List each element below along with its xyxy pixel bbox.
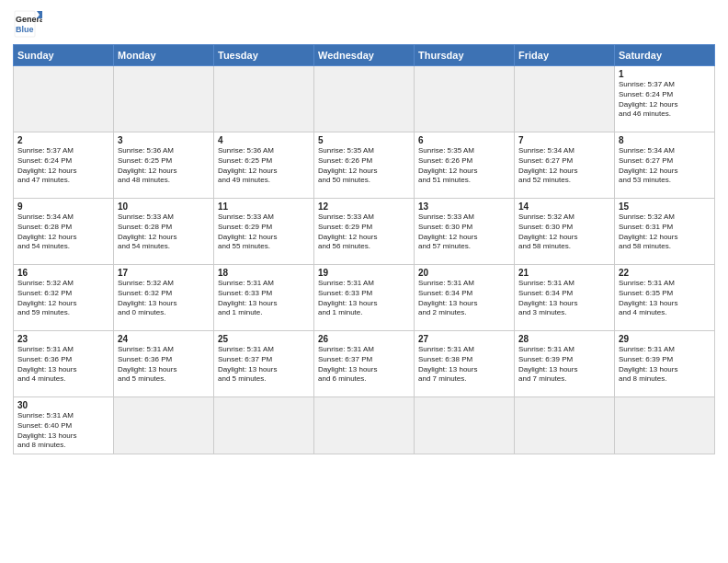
calendar-table: SundayMondayTuesdayWednesdayThursdayFrid…: [13, 44, 715, 454]
calendar-cell: 16Sunrise: 5:32 AM Sunset: 6:32 PM Dayli…: [14, 265, 114, 331]
calendar-cell: 24Sunrise: 5:31 AM Sunset: 6:36 PM Dayli…: [114, 331, 214, 397]
calendar-cell: [214, 397, 314, 454]
calendar-cell: 18Sunrise: 5:31 AM Sunset: 6:33 PM Dayli…: [214, 265, 314, 331]
calendar-cell: 11Sunrise: 5:33 AM Sunset: 6:29 PM Dayli…: [214, 199, 314, 265]
day-number: 8: [619, 135, 711, 145]
day-info: Sunrise: 5:31 AM Sunset: 6:36 PM Dayligh…: [17, 345, 109, 385]
day-info: Sunrise: 5:33 AM Sunset: 6:30 PM Dayligh…: [418, 213, 510, 252]
day-number: 21: [518, 268, 610, 278]
svg-text:General: General: [16, 15, 42, 24]
calendar-cell: 21Sunrise: 5:31 AM Sunset: 6:34 PM Dayli…: [515, 265, 615, 331]
calendar-cell: 1Sunrise: 5:37 AM Sunset: 6:24 PM Daylig…: [615, 66, 715, 132]
day-number: 20: [418, 268, 510, 278]
day-info: Sunrise: 5:31 AM Sunset: 6:34 PM Dayligh…: [518, 279, 610, 318]
calendar-cell: 5Sunrise: 5:35 AM Sunset: 6:26 PM Daylig…: [314, 132, 415, 199]
day-number: 2: [17, 135, 109, 145]
weekday-header-wednesday: Wednesday: [314, 45, 415, 66]
calendar-cell: 10Sunrise: 5:33 AM Sunset: 6:28 PM Dayli…: [114, 199, 214, 265]
calendar-cell: 6Sunrise: 5:35 AM Sunset: 6:26 PM Daylig…: [415, 132, 515, 199]
day-info: Sunrise: 5:31 AM Sunset: 6:39 PM Dayligh…: [518, 345, 610, 385]
calendar-cell: [114, 66, 214, 132]
day-number: 9: [17, 201, 109, 212]
day-number: 5: [318, 135, 410, 145]
logo-container: General Blue: [13, 9, 42, 39]
day-number: 30: [17, 400, 109, 410]
day-info: Sunrise: 5:33 AM Sunset: 6:29 PM Dayligh…: [318, 213, 410, 252]
calendar-cell: 3Sunrise: 5:36 AM Sunset: 6:25 PM Daylig…: [114, 132, 214, 199]
day-number: 25: [218, 334, 310, 344]
day-info: Sunrise: 5:31 AM Sunset: 6:39 PM Dayligh…: [619, 345, 711, 385]
day-info: Sunrise: 5:32 AM Sunset: 6:32 PM Dayligh…: [118, 279, 210, 318]
calendar-cell: 26Sunrise: 5:31 AM Sunset: 6:37 PM Dayli…: [314, 331, 415, 397]
weekday-header-saturday: Saturday: [615, 45, 715, 66]
calendar-cell: [14, 66, 114, 132]
day-number: 15: [619, 201, 711, 212]
calendar-cell: [314, 66, 415, 132]
calendar-cell: 4Sunrise: 5:36 AM Sunset: 6:25 PM Daylig…: [214, 132, 314, 199]
weekday-header-sunday: Sunday: [14, 45, 114, 66]
calendar-cell: 14Sunrise: 5:32 AM Sunset: 6:30 PM Dayli…: [515, 199, 615, 265]
day-info: Sunrise: 5:32 AM Sunset: 6:31 PM Dayligh…: [619, 213, 711, 252]
header: General Blue: [13, 9, 715, 39]
day-number: 29: [619, 334, 711, 344]
day-info: Sunrise: 5:32 AM Sunset: 6:32 PM Dayligh…: [17, 279, 109, 318]
day-info: Sunrise: 5:31 AM Sunset: 6:38 PM Dayligh…: [418, 345, 510, 385]
calendar-cell: 7Sunrise: 5:34 AM Sunset: 6:27 PM Daylig…: [515, 132, 615, 199]
calendar-cell: 15Sunrise: 5:32 AM Sunset: 6:31 PM Dayli…: [615, 199, 715, 265]
day-info: Sunrise: 5:34 AM Sunset: 6:28 PM Dayligh…: [17, 213, 109, 252]
day-number: 18: [218, 268, 310, 278]
calendar-cell: 30Sunrise: 5:31 AM Sunset: 6:40 PM Dayli…: [14, 397, 114, 454]
calendar-cell: 28Sunrise: 5:31 AM Sunset: 6:39 PM Dayli…: [515, 331, 615, 397]
weekday-header-thursday: Thursday: [415, 45, 515, 66]
day-number: 19: [318, 268, 410, 278]
calendar-cell: [114, 397, 214, 454]
day-number: 27: [418, 334, 510, 344]
day-info: Sunrise: 5:31 AM Sunset: 6:33 PM Dayligh…: [218, 279, 310, 318]
day-number: 22: [619, 268, 711, 278]
calendar-cell: 29Sunrise: 5:31 AM Sunset: 6:39 PM Dayli…: [615, 331, 715, 397]
logo-svg: General Blue: [13, 9, 42, 39]
calendar-cell: 27Sunrise: 5:31 AM Sunset: 6:38 PM Dayli…: [415, 331, 515, 397]
calendar-cell: 17Sunrise: 5:32 AM Sunset: 6:32 PM Dayli…: [114, 265, 214, 331]
day-number: 12: [318, 201, 410, 212]
calendar-cell: [214, 66, 314, 132]
day-info: Sunrise: 5:31 AM Sunset: 6:37 PM Dayligh…: [318, 345, 410, 385]
calendar-cell: [314, 397, 415, 454]
day-info: Sunrise: 5:31 AM Sunset: 6:40 PM Dayligh…: [17, 411, 109, 451]
calendar-cell: [515, 66, 615, 132]
day-info: Sunrise: 5:31 AM Sunset: 6:36 PM Dayligh…: [118, 345, 210, 385]
calendar-cell: [415, 66, 515, 132]
page: General Blue SundayMondayTuesdayWednesda…: [0, 0, 728, 563]
svg-text:Blue: Blue: [16, 25, 34, 34]
day-info: Sunrise: 5:34 AM Sunset: 6:27 PM Dayligh…: [518, 146, 610, 186]
weekday-header-monday: Monday: [114, 45, 214, 66]
day-info: Sunrise: 5:34 AM Sunset: 6:27 PM Dayligh…: [619, 146, 711, 186]
day-number: 7: [518, 135, 610, 145]
calendar-cell: 8Sunrise: 5:34 AM Sunset: 6:27 PM Daylig…: [615, 132, 715, 199]
day-info: Sunrise: 5:37 AM Sunset: 6:24 PM Dayligh…: [619, 80, 711, 120]
day-info: Sunrise: 5:35 AM Sunset: 6:26 PM Dayligh…: [318, 146, 410, 186]
logo: General Blue: [13, 9, 42, 39]
day-info: Sunrise: 5:31 AM Sunset: 6:34 PM Dayligh…: [418, 279, 510, 318]
calendar-cell: 12Sunrise: 5:33 AM Sunset: 6:29 PM Dayli…: [314, 199, 415, 265]
calendar-cell: 19Sunrise: 5:31 AM Sunset: 6:33 PM Dayli…: [314, 265, 415, 331]
day-info: Sunrise: 5:36 AM Sunset: 6:25 PM Dayligh…: [218, 146, 310, 186]
day-number: 17: [118, 268, 210, 278]
day-number: 4: [218, 135, 310, 145]
day-info: Sunrise: 5:32 AM Sunset: 6:30 PM Dayligh…: [518, 213, 610, 252]
day-number: 16: [17, 268, 109, 278]
day-info: Sunrise: 5:33 AM Sunset: 6:29 PM Dayligh…: [218, 213, 310, 252]
calendar-cell: 9Sunrise: 5:34 AM Sunset: 6:28 PM Daylig…: [14, 199, 114, 265]
calendar-cell: 2Sunrise: 5:37 AM Sunset: 6:24 PM Daylig…: [14, 132, 114, 199]
weekday-header-tuesday: Tuesday: [214, 45, 314, 66]
day-number: 26: [318, 334, 410, 344]
day-info: Sunrise: 5:35 AM Sunset: 6:26 PM Dayligh…: [418, 146, 510, 186]
day-number: 13: [418, 201, 510, 212]
day-info: Sunrise: 5:31 AM Sunset: 6:37 PM Dayligh…: [218, 345, 310, 385]
day-number: 1: [619, 69, 711, 79]
calendar-cell: 25Sunrise: 5:31 AM Sunset: 6:37 PM Dayli…: [214, 331, 314, 397]
day-number: 6: [418, 135, 510, 145]
day-info: Sunrise: 5:33 AM Sunset: 6:28 PM Dayligh…: [118, 213, 210, 252]
calendar-cell: 20Sunrise: 5:31 AM Sunset: 6:34 PM Dayli…: [415, 265, 515, 331]
day-info: Sunrise: 5:31 AM Sunset: 6:35 PM Dayligh…: [619, 279, 711, 318]
